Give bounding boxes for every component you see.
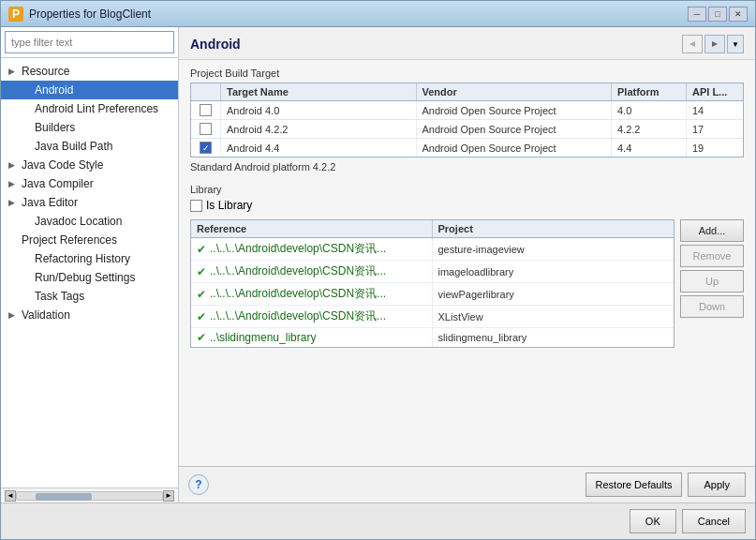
sidebar-item-label: Java Code Style [22,158,103,172]
page-title: Android [190,37,241,52]
close-button[interactable]: ✕ [729,7,748,22]
list-item: ✔ ..\..\..\Android\develop\CSDN资讯... ima… [191,261,674,283]
left-panel: ▶ Resource Android Android Lint Preferen… [1,27,179,502]
target-name-2: Android 4.2.2 [221,120,417,138]
sidebar-item-run-debug[interactable]: Run/Debug Settings [1,268,178,287]
col-header-check [191,83,221,100]
standard-platform-label: Standard Android platform 4.2.2 [190,158,744,176]
list-item: ✔ ..\..\..\Android\develop\CSDN资讯... XLi… [191,306,674,328]
sidebar-item-project-references[interactable]: Project References [1,231,178,249]
sidebar-item-android-lint[interactable]: Android Lint Preferences [1,99,178,118]
build-target-section: Project Build Target Target Name Vendor … [190,68,744,176]
lib-table-header: Reference Project [191,220,674,238]
down-button[interactable]: Down [680,295,744,318]
sidebar-item-label: Refactoring History [35,252,130,265]
lib-col-reference: Reference [191,220,433,237]
lib-project-3: viewPagerlibrary [433,283,674,305]
cancel-button[interactable]: Cancel [682,509,746,533]
table-header: Target Name Vendor Platform API L... [191,83,743,101]
bottom-right: Restore Defaults Apply [586,472,746,497]
remove-button[interactable]: Remove [680,245,744,267]
list-item: ✔ ..\..\..\Android\develop\CSDN资讯... vie… [191,283,674,306]
library-section: Library Is Library Reference Project [190,184,744,348]
is-library-checkbox[interactable] [190,200,202,212]
sidebar-item-refactoring-history[interactable]: Refactoring History [1,249,178,268]
build-target-label: Project Build Target [190,68,744,79]
scroll-track [16,491,163,501]
sidebar-item-label: Javadoc Location [35,215,122,228]
sidebar-item-label: Builders [35,121,75,134]
lib-reference-5: ✔ ..\slidingmenu_library [191,328,433,347]
sidebar-item-label: Java Editor [22,196,78,209]
sidebar-item-java-compiler[interactable]: ▶ Java Compiler [1,174,178,193]
is-library-row: Is Library [190,199,744,212]
right-panel: Android ▼ Project Build Target [179,27,755,502]
target-platform-2: 4.2.2 [612,120,687,138]
lib-reference-2: ✔ ..\..\..\Android\develop\CSDN资讯... [191,261,433,282]
col-header-api: API L... [687,83,743,100]
action-bar: ? Restore Defaults Apply [179,466,755,502]
search-input[interactable] [5,31,174,53]
target-vendor-1: Android Open Source Project [417,101,613,119]
search-box [1,27,178,58]
table-row: Android 4.0 Android Open Source Project … [191,101,743,120]
row-check [191,101,221,119]
sidebar-item-validation[interactable]: ▶ Validation [1,306,178,324]
target-checkbox-3[interactable] [200,142,212,154]
sidebar-item-java-code-style[interactable]: ▶ Java Code Style [1,156,178,174]
expand-icon: ▶ [8,160,22,170]
scroll-left-button[interactable]: ◄ [5,490,16,502]
target-platform-3: 4.4 [612,139,687,157]
nav-back-button[interactable] [682,35,703,53]
scroll-thumb[interactable] [36,493,92,501]
sidebar-item-label: Validation [22,308,70,322]
left-scrollbar: ◄ ► [1,488,178,502]
target-checkbox-1[interactable] [200,104,212,116]
maximize-button[interactable]: □ [708,7,727,22]
titlebar: P Properties for BlogClient ─ □ ✕ [1,1,755,27]
restore-defaults-button[interactable]: Restore Defaults [586,472,683,497]
library-body: Reference Project ✔ ..\..\..\Android\dev… [190,219,744,348]
is-library-label: Is Library [206,199,252,212]
sidebar-item-label: Run/Debug Settings [35,271,135,284]
library-header: Library [190,184,744,195]
nav-dropdown-button[interactable]: ▼ [727,35,744,53]
target-checkbox-2[interactable] [200,123,212,135]
minimize-button[interactable]: ─ [688,7,706,22]
sidebar-item-java-build-path[interactable]: Java Build Path [1,137,178,156]
target-name-1: Android 4.0 [221,101,417,119]
svg-marker-0 [689,41,695,47]
nav-forward-button[interactable] [704,35,725,53]
target-api-3: 19 [687,139,743,157]
apply-button[interactable]: Apply [688,472,746,497]
ok-button[interactable]: OK [630,509,676,533]
lib-col-project: Project [433,220,674,237]
sidebar-item-label: Java Compiler [22,177,94,190]
target-platform-1: 4.0 [612,101,687,119]
expand-icon: ▶ [8,67,22,76]
sidebar-item-javadoc-location[interactable]: Javadoc Location [1,212,178,231]
check-icon: ✔ [197,243,206,256]
tree-area: ▶ Resource Android Android Lint Preferen… [1,58,178,488]
help-button[interactable]: ? [188,474,209,495]
expand-icon: ▶ [8,198,22,207]
dialog-action-bar: OK Cancel [1,502,755,539]
add-button[interactable]: Add... [680,219,744,242]
sidebar-item-java-editor[interactable]: ▶ Java Editor [1,193,178,212]
col-header-name: Target Name [221,83,417,100]
sidebar-item-task-tags[interactable]: Task Tags [1,287,178,306]
sidebar-item-label: Java Build Path [35,140,112,153]
sidebar-item-builders[interactable]: Builders [1,118,178,137]
up-button[interactable]: Up [680,270,744,292]
lib-reference-4: ✔ ..\..\..\Android\develop\CSDN资讯... [191,306,433,327]
build-target-table: Target Name Vendor Platform API L... And… [190,82,744,158]
row-check [191,120,221,138]
table-row: Android 4.4 Android Open Source Project … [191,139,743,157]
sidebar-item-android[interactable]: Android [1,81,178,99]
sidebar-item-label: Android [35,83,73,97]
main-content: ▶ Resource Android Android Lint Preferen… [1,27,755,502]
lib-project-4: XListView [433,306,674,327]
sidebar-item-label: Android Lint Preferences [35,102,158,115]
sidebar-item-resource[interactable]: ▶ Resource [1,62,178,81]
scroll-right-button[interactable]: ► [163,490,174,502]
